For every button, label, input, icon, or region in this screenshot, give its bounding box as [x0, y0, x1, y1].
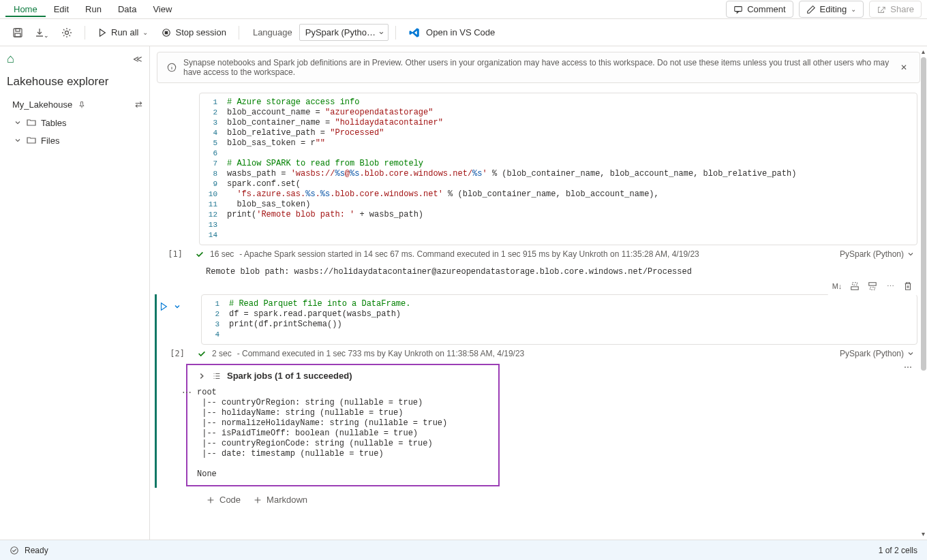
tree-tables[interactable]: Tables — [0, 114, 149, 131]
menu-edit[interactable]: Edit — [46, 1, 77, 17]
swap-icon[interactable]: ⇄ — [135, 99, 142, 110]
cell-2-duration: 2 sec — [212, 349, 232, 358]
cell-2-status: [2] 2 sec - Command executed in 1 sec 73… — [201, 345, 917, 362]
cell-1-language[interactable]: PySpark (Python) — [840, 249, 915, 259]
menu-view[interactable]: View — [145, 1, 180, 17]
pencil-icon — [806, 5, 816, 14]
editing-button[interactable]: Editing ⌄ — [799, 1, 864, 18]
svg-rect-3 — [15, 33, 20, 37]
stop-icon — [162, 28, 171, 37]
chevron-right-icon[interactable] — [197, 371, 207, 381]
content-area: Synapse notebooks and Spark job definiti… — [150, 46, 927, 540]
svg-rect-10 — [869, 283, 877, 285]
svg-rect-6 — [166, 31, 168, 34]
cell-2-index: [2] — [167, 349, 185, 358]
language-label: Language — [253, 27, 292, 37]
spark-jobs-label: Spark jobs (1 of 1 succeeded) — [227, 371, 352, 381]
info-icon — [167, 63, 177, 72]
sidebar: ⌂ ≪ Lakehouse explorer My_Lakehouse ⇄ Ta… — [0, 46, 150, 540]
check-icon — [195, 249, 204, 259]
plus-icon — [253, 495, 262, 505]
menu-data[interactable]: Data — [110, 1, 145, 17]
cell-2-language[interactable]: PySpark (Python) — [840, 349, 915, 358]
save-button[interactable] — [7, 22, 29, 44]
plus-icon — [206, 495, 215, 505]
add-code-cell-button[interactable]: Code — [206, 495, 241, 505]
convert-markdown-button[interactable]: M↓ — [829, 278, 845, 294]
output-more-button[interactable]: ⋯ — [904, 362, 917, 372]
statusbar: Ready 1 of 2 cells — [0, 540, 927, 560]
play-icon — [97, 28, 107, 37]
insert-above-icon — [850, 281, 860, 291]
chevron-down-icon — [907, 250, 915, 258]
cell-1-index: [1] — [165, 249, 183, 259]
share-button: Share — [869, 1, 922, 18]
cell-2-code-editor[interactable]: 1# Read Parquet file into a DataFrame. 2… — [201, 294, 917, 345]
cell-1-duration: 16 sec — [210, 249, 234, 259]
status-ready: Ready — [25, 546, 48, 555]
sidebar-title: Lakehouse explorer — [0, 71, 149, 95]
pin-icon[interactable] — [78, 101, 86, 109]
insert-below-icon — [868, 281, 877, 291]
svg-point-12 — [11, 546, 18, 554]
add-markdown-cell-button[interactable]: Markdown — [253, 495, 307, 505]
status-cells-count: 1 of 2 cells — [879, 546, 917, 555]
cell-1-status-text: - Apache Spark session started in 14 sec… — [239, 249, 699, 259]
scroll-down-arrow[interactable]: ▾ — [919, 530, 927, 538]
lakehouse-name[interactable]: My_Lakehouse — [12, 99, 72, 110]
settings-button[interactable] — [56, 22, 78, 44]
schema-output: root |-- countryOrRegion: string (nullab… — [197, 388, 489, 480]
svg-rect-8 — [851, 287, 859, 290]
svg-rect-2 — [16, 29, 20, 31]
cell-1-code-editor[interactable]: 1# Azure storage access info 2blob_accou… — [199, 93, 917, 245]
insert-cell-below-button[interactable] — [864, 278, 881, 294]
svg-rect-11 — [870, 287, 875, 290]
main: ⌂ ≪ Lakehouse explorer My_Lakehouse ⇄ Ta… — [0, 46, 927, 540]
share-icon — [877, 5, 886, 14]
comment-icon — [733, 5, 743, 14]
cell-toolbar: M↓ ⋯ — [827, 277, 917, 296]
cell-2-status-text: - Command executed in 1 sec 733 ms by Ka… — [237, 349, 525, 358]
svg-rect-0 — [735, 6, 742, 11]
cell-1: 1# Azure storage access info 2blob_accou… — [157, 93, 917, 281]
chevron-down-icon — [14, 119, 22, 127]
spark-output: Spark jobs (1 of 1 succeeded) root |-- c… — [186, 364, 500, 486]
insert-cell-above-button[interactable] — [847, 278, 863, 294]
download-button[interactable]: ⌄ — [31, 22, 53, 44]
list-icon — [212, 371, 222, 381]
run-all-button[interactable]: Run all ⌄ — [92, 25, 153, 40]
cell-1-output: Remote blob path: wasbs://holidaydatacon… — [199, 263, 917, 281]
chevron-down-icon — [14, 136, 22, 144]
gear-icon — [61, 27, 72, 38]
output-options-button[interactable]: ⋯ — [182, 387, 192, 398]
scrollbar-thumb[interactable] — [921, 86, 926, 371]
preview-banner: Synapse notebooks and Spark job definiti… — [157, 52, 920, 83]
tree-files[interactable]: Files — [0, 131, 149, 149]
cell-2: M↓ ⋯ — [155, 294, 917, 488]
chevron-down-icon[interactable] — [173, 302, 181, 311]
folder-icon — [26, 135, 37, 146]
save-icon — [12, 27, 23, 38]
chevron-down-icon — [907, 349, 915, 358]
svg-rect-9 — [853, 283, 857, 285]
banner-close-button[interactable]: ✕ — [898, 61, 910, 74]
stop-session-button[interactable]: Stop session — [156, 25, 231, 40]
language-select[interactable]: PySpark (Pytho… — [299, 24, 389, 41]
check-icon — [197, 349, 207, 358]
add-cell-row: Code Markdown — [157, 492, 917, 508]
menubar: Home Edit Run Data View Comment Editing … — [0, 0, 927, 19]
cell-2-run-button[interactable] — [157, 300, 170, 313]
toolbar: ⌄ Run all ⌄ Stop session Language PySpar… — [0, 19, 927, 46]
folder-icon — [26, 117, 37, 128]
trash-icon — [903, 281, 913, 291]
open-vscode-button[interactable]: Open in VS Code — [403, 24, 500, 42]
delete-cell-button[interactable] — [900, 278, 916, 294]
svg-point-4 — [65, 31, 69, 34]
more-actions-button[interactable]: ⋯ — [882, 278, 898, 294]
menu-run[interactable]: Run — [77, 1, 110, 17]
collapse-sidebar-button[interactable]: ≪ — [133, 54, 142, 64]
lakehouse-icon: ⌂ — [7, 52, 20, 65]
comment-button[interactable]: Comment — [726, 1, 793, 18]
vscode-icon — [408, 27, 421, 39]
menu-home[interactable]: Home — [5, 1, 46, 17]
